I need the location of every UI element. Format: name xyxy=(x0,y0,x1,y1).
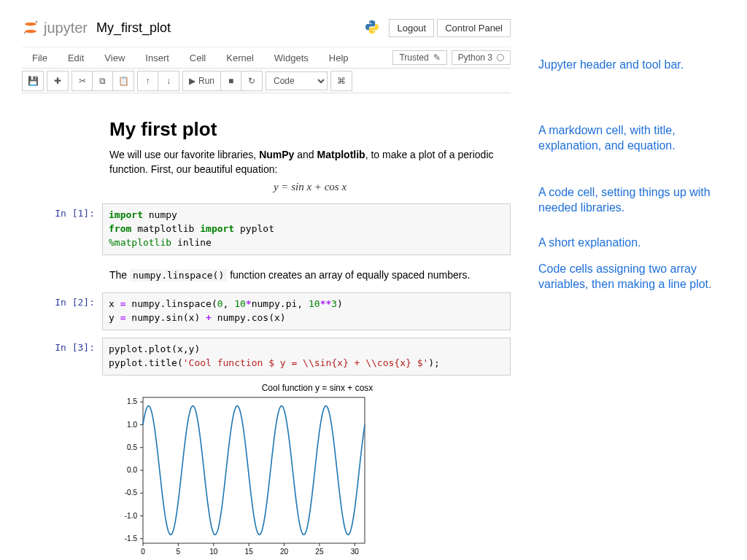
svg-text:15: 15 xyxy=(245,548,254,556)
annotation-panel: Jupyter header and tool bar. A markdown … xyxy=(538,57,735,342)
svg-text:25: 25 xyxy=(315,548,324,556)
svg-point-2 xyxy=(36,21,38,23)
code-input-2[interactable]: x = numpy.linspace(0, 10*numpy.pi, 10**3… xyxy=(102,292,511,330)
restart-icon[interactable]: ↻ xyxy=(241,71,262,90)
trusted-label: Trusted xyxy=(399,52,428,63)
copy-icon[interactable]: ⧉ xyxy=(93,71,113,90)
svg-text:0.5: 0.5 xyxy=(127,443,137,451)
svg-text:1.5: 1.5 xyxy=(127,397,137,405)
code-input-3[interactable]: pyplot.plot(x,y) pyplot.title('Cool func… xyxy=(102,338,511,376)
svg-point-1 xyxy=(25,30,36,33)
md2-text: The numpy.linspace() function creates an… xyxy=(109,268,511,283)
stop-icon[interactable]: ■ xyxy=(221,71,241,90)
add-cell-icon[interactable]: ✚ xyxy=(47,71,68,90)
menubar: File Edit View Insert Cell Kernel Widget… xyxy=(22,47,511,69)
toolbar: 💾 ✚ ✂ ⧉ 📋 ↑ ↓ ▶ Run ■ ↻ Code ⌘ xyxy=(22,69,511,93)
kernel-status-icon xyxy=(497,54,504,61)
run-label: Run xyxy=(198,76,214,86)
brand-text: jupyter xyxy=(44,20,88,36)
svg-point-0 xyxy=(25,23,36,26)
code-input-1[interactable]: import numpy from matplotlib import pypl… xyxy=(102,203,511,255)
plot-title: Cool function y = sinx + cosx xyxy=(124,383,511,393)
menu-widgets[interactable]: Widgets xyxy=(264,50,319,66)
plot-canvas: -1.5-1.0-0.50.00.51.01.5051015202530 xyxy=(109,393,372,560)
svg-text:30: 30 xyxy=(351,548,360,556)
trusted-badge[interactable]: Trusted ✎ xyxy=(392,50,446,65)
markdown-cell-2[interactable]: The numpy.linspace() function creates an… xyxy=(22,268,511,283)
pencil-icon: ✎ xyxy=(433,52,441,63)
command-palette-icon[interactable]: ⌘ xyxy=(331,71,352,90)
annotation-2: A markdown cell, with title, explanation… xyxy=(538,122,735,154)
svg-text:10: 10 xyxy=(209,548,218,556)
svg-text:0.0: 0.0 xyxy=(127,466,137,474)
logout-button[interactable]: Logout xyxy=(389,19,434,37)
control-panel-button[interactable]: Control Panel xyxy=(437,19,511,37)
menu-view[interactable]: View xyxy=(94,50,135,66)
menu-help[interactable]: Help xyxy=(319,50,359,66)
markdown-cell-1[interactable]: My first plot We will use our favorite l… xyxy=(22,118,511,193)
page-title: My first plot xyxy=(109,118,511,141)
svg-text:-1.5: -1.5 xyxy=(125,534,138,542)
kernel-name: Python 3 xyxy=(458,52,492,63)
svg-text:5: 5 xyxy=(177,548,181,556)
cell-type-select[interactable]: Code xyxy=(266,71,328,90)
annotation-5: Code cells assigning two array variables… xyxy=(538,261,735,292)
plot-output: Cool function y = sinx + cosx -1.5-1.0-0… xyxy=(109,383,511,560)
paste-icon[interactable]: 📋 xyxy=(113,71,133,90)
svg-text:-1.0: -1.0 xyxy=(125,511,138,519)
menu-file[interactable]: File xyxy=(22,50,58,66)
code-cell-3[interactable]: In [3]: pyplot.plot(x,y) pyplot.title('C… xyxy=(22,338,511,376)
equation: y = sin x + cos x xyxy=(109,181,511,193)
prompt-3: In [3]: xyxy=(22,338,102,376)
annotation-4: A short explanation. xyxy=(538,235,735,251)
md1-text: We will use our favorite libraries, NumP… xyxy=(109,148,511,176)
svg-point-3 xyxy=(24,32,26,34)
save-icon[interactable]: 💾 xyxy=(23,71,43,90)
python-icon xyxy=(364,19,386,37)
svg-text:-0.5: -0.5 xyxy=(125,489,138,497)
jupyter-logo[interactable]: jupyter xyxy=(22,19,88,36)
kernel-indicator[interactable]: Python 3 xyxy=(452,50,511,65)
prompt-2: In [2]: xyxy=(22,292,102,330)
move-down-icon[interactable]: ↓ xyxy=(158,71,179,90)
code-cell-1[interactable]: In [1]: import numpy from matplotlib imp… xyxy=(22,203,511,255)
annotation-1: Jupyter header and tool bar. xyxy=(538,57,735,73)
svg-rect-4 xyxy=(143,397,365,543)
menu-kernel[interactable]: Kernel xyxy=(216,50,264,66)
menu-cell[interactable]: Cell xyxy=(179,50,216,66)
move-up-icon[interactable]: ↑ xyxy=(138,71,158,90)
prompt-1: In [1]: xyxy=(22,203,102,255)
run-button[interactable]: ▶ Run xyxy=(183,71,221,90)
notebook-name[interactable]: My_first_plot xyxy=(96,20,171,36)
menu-edit[interactable]: Edit xyxy=(58,50,94,66)
svg-text:1.0: 1.0 xyxy=(127,420,137,428)
menu-insert[interactable]: Insert xyxy=(135,50,179,66)
svg-text:20: 20 xyxy=(280,548,289,556)
svg-text:0: 0 xyxy=(141,548,145,556)
annotation-3: A code cell, setting things up with need… xyxy=(538,184,735,216)
code-cell-2[interactable]: In [2]: x = numpy.linspace(0, 10*numpy.p… xyxy=(22,292,511,330)
cut-icon[interactable]: ✂ xyxy=(72,71,93,90)
